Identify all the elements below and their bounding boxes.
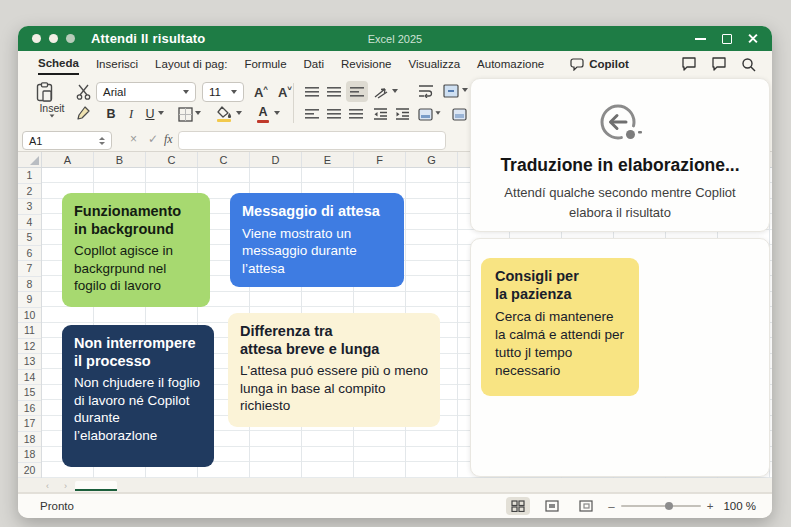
row-header[interactable]: 8 xyxy=(18,277,41,293)
note-funzionamento[interactable]: Funzionamento in background Copllot agis… xyxy=(62,193,210,307)
row-header[interactable]: 15 xyxy=(18,385,41,401)
prev-sheet-icon[interactable]: ‹ xyxy=(46,481,49,491)
select-all-corner[interactable] xyxy=(18,152,42,167)
minimize-traffic-light[interactable] xyxy=(49,34,58,43)
chevron-down-icon[interactable] xyxy=(195,111,201,115)
column-header[interactable]: F xyxy=(354,152,406,167)
increase-indent-icon[interactable] xyxy=(392,105,412,123)
tab-layout[interactable]: Layout di pag: xyxy=(155,54,227,74)
tab-inserisci[interactable]: Inserisci xyxy=(96,54,138,74)
row-header[interactable]: 4 xyxy=(18,215,41,231)
row-header[interactable]: 2 xyxy=(18,184,41,200)
next-sheet-icon[interactable]: › xyxy=(64,481,67,491)
cut-icon[interactable] xyxy=(74,83,92,101)
column-header[interactable]: G xyxy=(406,152,458,167)
row-header[interactable]: 16 xyxy=(18,401,41,417)
minimize-icon[interactable] xyxy=(695,33,706,44)
borders-icon[interactable] xyxy=(176,105,194,123)
active-sheet-tab[interactable] xyxy=(75,481,117,491)
format-painter-icon[interactable] xyxy=(74,105,92,123)
wrap-text-icon[interactable] xyxy=(416,82,436,100)
format-table-icon[interactable] xyxy=(450,105,468,123)
chat-icon[interactable] xyxy=(711,57,727,71)
row-header[interactable]: 12 xyxy=(18,339,41,355)
normal-view-icon[interactable] xyxy=(506,497,530,515)
chevron-down-icon[interactable] xyxy=(274,111,280,115)
note-non-interrompere[interactable]: Non interrompere il processo Non chjuder… xyxy=(62,325,214,467)
align-right-icon[interactable] xyxy=(346,105,366,123)
comment-icon[interactable] xyxy=(681,57,697,71)
font-size-select[interactable]: 11 xyxy=(202,82,244,102)
row-header[interactable]: 14 xyxy=(18,370,41,386)
grow-font-button[interactable]: A˄ xyxy=(251,82,271,102)
align-bottom-icon[interactable] xyxy=(346,81,368,102)
tab-copilot[interactable]: Copilot xyxy=(570,58,629,71)
tab-formule[interactable]: Formule xyxy=(244,54,286,74)
row-header[interactable]: 6 xyxy=(18,246,41,262)
orientation-icon[interactable] xyxy=(372,83,390,101)
row-header[interactable]: 13 xyxy=(18,354,41,370)
confirm-icon[interactable]: ✓ xyxy=(148,132,158,146)
chevron-down-icon[interactable] xyxy=(462,88,468,92)
chevron-down-icon[interactable] xyxy=(158,111,164,115)
decrease-indent-icon[interactable] xyxy=(370,105,390,123)
close-icon[interactable] xyxy=(747,33,758,44)
align-middle-icon[interactable] xyxy=(324,83,344,101)
italic-button[interactable]: I xyxy=(122,105,140,123)
row-header[interactable]: 1 xyxy=(18,168,41,184)
zoom-out-button[interactable]: – xyxy=(608,500,614,512)
font-name-select[interactable]: Arial xyxy=(96,82,196,102)
note-differenza[interactable]: Differenza tra attesa breve e lunga L'at… xyxy=(228,313,440,427)
formula-input[interactable] xyxy=(178,131,446,150)
cancel-icon[interactable]: × xyxy=(130,132,137,146)
name-box-stepper[interactable] xyxy=(99,137,105,145)
align-left-icon[interactable] xyxy=(302,105,322,123)
column-header[interactable]: B xyxy=(94,152,146,167)
row-header[interactable]: 3 xyxy=(18,199,41,215)
row-header[interactable]: 17 xyxy=(18,416,41,432)
page-layout-view-icon[interactable] xyxy=(540,497,564,515)
name-box[interactable]: A1 xyxy=(22,131,112,150)
row-header[interactable]: 9 xyxy=(18,292,41,308)
chevron-down-icon[interactable] xyxy=(435,111,441,115)
zoom-level[interactable]: 100 % xyxy=(723,500,756,512)
column-header[interactable]: E xyxy=(302,152,354,167)
note-consigli[interactable]: Consigli per la pazienza Cerca di manten… xyxy=(481,258,639,396)
zoom-slider-knob[interactable] xyxy=(665,502,673,510)
column-header[interactable]: A xyxy=(42,152,94,167)
search-icon[interactable] xyxy=(741,57,756,72)
align-top-icon[interactable] xyxy=(302,83,322,101)
tab-scheda[interactable]: Scheda xyxy=(38,53,79,75)
column-header[interactable]: D xyxy=(250,152,302,167)
tab-automazione[interactable]: Automazione xyxy=(477,54,544,74)
fx-icon[interactable]: fx xyxy=(164,132,173,147)
zoom-slider-track[interactable] xyxy=(621,505,701,507)
row-header[interactable]: 18 xyxy=(18,447,41,463)
row-header[interactable]: 20 xyxy=(18,463,41,479)
row-header[interactable]: 5 xyxy=(18,230,41,246)
row-header[interactable]: 18 xyxy=(18,432,41,448)
maximize-icon[interactable] xyxy=(721,33,732,44)
row-header[interactable]: 7 xyxy=(18,261,41,277)
chevron-down-icon[interactable] xyxy=(392,89,398,93)
bold-button[interactable]: B xyxy=(102,105,120,123)
paste-icon[interactable] xyxy=(32,81,56,103)
zoom-in-button[interactable]: + xyxy=(707,500,714,512)
page-break-view-icon[interactable] xyxy=(574,497,598,515)
conditional-format-icon[interactable] xyxy=(416,105,434,123)
zoom-traffic-light[interactable] xyxy=(66,34,75,43)
align-center-icon[interactable] xyxy=(324,105,344,123)
fill-color-icon[interactable] xyxy=(214,103,234,125)
tab-revisione[interactable]: Revisione xyxy=(341,54,392,74)
column-header[interactable]: C xyxy=(198,152,250,167)
note-messaggio[interactable]: Messaggio di attesa Viene mostrato un me… xyxy=(230,193,404,287)
row-header[interactable]: 11 xyxy=(18,323,41,339)
font-color-icon[interactable]: A xyxy=(254,103,272,125)
underline-button[interactable]: U xyxy=(141,105,159,123)
chevron-down-icon[interactable] xyxy=(236,111,242,115)
column-header[interactable]: C xyxy=(146,152,198,167)
close-traffic-light[interactable] xyxy=(32,34,41,43)
shrink-font-button[interactable]: A˅ xyxy=(275,82,295,102)
row-header[interactable]: 10 xyxy=(18,308,41,324)
tab-dati[interactable]: Dati xyxy=(304,54,324,74)
